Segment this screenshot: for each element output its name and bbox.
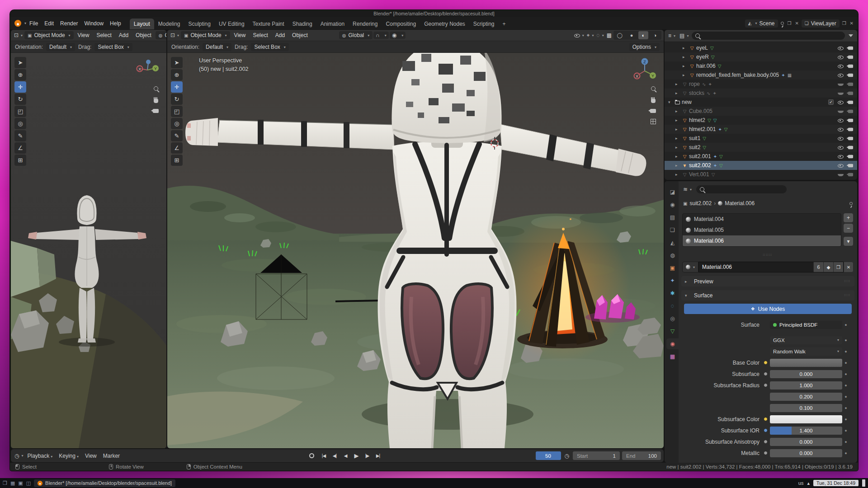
disclosure-icon[interactable]: ▸ [683, 55, 689, 59]
orientation-value-dropdown[interactable]: Default▾ [46, 43, 75, 51]
viewlayer-selector[interactable]: ❏ViewLayer [802, 19, 840, 28]
annotate-tool-button[interactable]: ✎ [14, 130, 26, 141]
material-slot[interactable]: Material.005 [683, 225, 841, 235]
camera-icon[interactable] [848, 82, 853, 86]
disclosure-icon[interactable]: ▸ [675, 82, 681, 86]
rotate-tool-button[interactable]: ↻ [14, 94, 26, 105]
current-frame-field[interactable]: 50 [536, 451, 561, 460]
eye-icon[interactable] [838, 64, 844, 69]
disclosure-icon[interactable]: ▾ [668, 100, 674, 104]
add-menu[interactable]: Add [272, 31, 288, 39]
camera-icon[interactable] [848, 145, 853, 149]
disclosure-icon[interactable]: ▸ [683, 73, 689, 77]
tweak-tool-button[interactable]: ➤ [171, 57, 183, 68]
eye-icon[interactable] [838, 163, 844, 168]
outliner-item-collection[interactable]: ▾new✓ [665, 98, 857, 107]
marker-menu[interactable]: Marker [100, 452, 123, 460]
navigation-gizmo[interactable]: Y X [135, 57, 160, 83]
surface-section-header[interactable]: ▾Surface∷∷ [681, 290, 854, 300]
rotate-tool-button[interactable]: ↻ [171, 94, 183, 105]
tab-geometry-nodes[interactable]: Geometry Nodes [420, 19, 469, 29]
navigation-gizmo[interactable]: Z X Y [632, 57, 657, 83]
outliner-item[interactable]: ▸▽Cube.005 [665, 107, 857, 116]
snap-dropdown[interactable]: ▾ [382, 33, 387, 38]
eye-icon[interactable] [838, 145, 844, 150]
outliner-item[interactable]: ▸▽suit2.001✦▽ [665, 152, 857, 161]
subsurface-radius-y[interactable]: 0.200 [770, 393, 842, 401]
tab-world[interactable]: ◍ [666, 250, 679, 261]
mode-dropdown[interactable]: ▣Object Mode▾ [24, 31, 74, 39]
proportional-dropdown[interactable]: ▾ [399, 33, 404, 38]
menu-help[interactable]: Help [107, 19, 124, 28]
camera-view-icon[interactable] [153, 109, 159, 113]
menu-file[interactable]: File [26, 19, 41, 28]
show-object-types-dropdown[interactable]: ▾ [573, 33, 585, 38]
outliner-item-active[interactable]: ▸▼suit2.002✦▽ [665, 161, 857, 170]
options-dropdown[interactable]: Options▾ [629, 43, 660, 51]
filter-icon[interactable] [849, 34, 853, 37]
camera-icon[interactable] [848, 136, 853, 140]
tray-icon[interactable]: ▴ [807, 480, 810, 486]
snap-magnet-icon[interactable]: ∩ [375, 32, 381, 38]
drag-value-dropdown[interactable]: Select Box▾ [94, 43, 132, 51]
taskbar-clock[interactable]: Tue, 31 Dec 18:49 [813, 480, 859, 486]
camera-icon[interactable] [848, 173, 853, 176]
eye-icon[interactable] [838, 127, 844, 132]
tab-layout[interactable]: Layout [130, 19, 154, 29]
outliner-item[interactable]: ▸▽eyeR▽ [665, 52, 857, 61]
disclosure-icon[interactable]: ▸ [683, 64, 689, 68]
tab-physics[interactable]: ◌ [666, 300, 679, 311]
camera-icon[interactable] [848, 155, 853, 158]
eye-closed-icon[interactable] [838, 91, 844, 96]
orientation-dropdown[interactable]: ◍Glob [156, 31, 166, 39]
disclosure-icon[interactable]: ▸ [675, 118, 681, 122]
overlays-dropdown[interactable]: ◌▾ [596, 32, 605, 38]
subsurface-slider[interactable]: 0.000 [770, 370, 842, 378]
outliner-item[interactable]: ▸▽hlmet2▽▽ [665, 116, 857, 125]
camera-icon[interactable] [848, 64, 853, 68]
secondary-3d-scene[interactable] [11, 53, 166, 448]
show-desktop-button[interactable] [862, 479, 865, 487]
view-menu[interactable]: View [82, 452, 100, 460]
subsurface-method-dropdown[interactable]: Random Walk▾ [770, 347, 842, 356]
tab-scene[interactable]: ◭ [666, 237, 679, 248]
view-menu[interactable]: View [231, 31, 249, 39]
tab-object-data[interactable]: ▽ [666, 326, 679, 337]
material-slot-active[interactable]: Material.006 [683, 235, 841, 246]
menu-render[interactable]: Render [57, 19, 81, 28]
disclosure-icon[interactable]: ▸ [675, 163, 681, 168]
jump-to-end-button[interactable]: ▶| [373, 451, 383, 460]
outliner-display-mode-icon[interactable]: ▤▾ [679, 33, 689, 39]
next-keyframe-button[interactable]: |▶ [362, 451, 372, 460]
disclosure-icon[interactable]: ▸ [675, 109, 681, 113]
eye-icon[interactable] [838, 73, 844, 78]
move-tool-button[interactable]: ✛ [171, 81, 183, 93]
disclosure-icon[interactable]: ▸ [675, 91, 681, 95]
tab-constraints[interactable]: ◎ [666, 313, 679, 324]
play-reverse-button[interactable]: ◀ [340, 451, 350, 460]
move-tool-button[interactable]: ✛ [14, 81, 26, 93]
object-menu[interactable]: Object [289, 31, 311, 39]
transform-tool-button[interactable]: ◎ [14, 118, 26, 129]
eye-icon[interactable] [838, 46, 844, 51]
eye-closed-icon[interactable] [838, 172, 844, 177]
tab-object[interactable]: ▣ [666, 263, 679, 273]
start-frame-field[interactable]: Start1 [573, 451, 620, 460]
zoom-icon[interactable] [651, 86, 656, 91]
tab-particles[interactable]: ✱ [666, 288, 679, 299]
gizmos-dropdown[interactable]: ⌖▾ [586, 32, 595, 38]
duplicate-scene-icon[interactable]: ❐ [787, 21, 793, 26]
camera-view-icon[interactable] [650, 109, 656, 113]
outliner-item[interactable]: ▸▽Vert.001▽ [665, 170, 857, 179]
shading-rendered-icon[interactable]: ◑ [650, 31, 660, 39]
tab-scripting[interactable]: Scripting [469, 19, 499, 29]
camera-icon[interactable] [848, 127, 853, 131]
camera-icon[interactable] [848, 46, 853, 50]
tab-view-layer[interactable]: ❏ [666, 225, 679, 235]
prev-keyframe-button[interactable]: ◀| [330, 451, 340, 460]
subsurface-color-swatch[interactable] [770, 415, 842, 423]
eye-icon[interactable] [838, 100, 844, 105]
outliner-item[interactable]: ▸▽suit2▽ [665, 143, 857, 152]
properties-editor-icon[interactable]: ≋▾ [682, 186, 693, 192]
disclosure-icon[interactable]: ▸ [675, 145, 681, 150]
